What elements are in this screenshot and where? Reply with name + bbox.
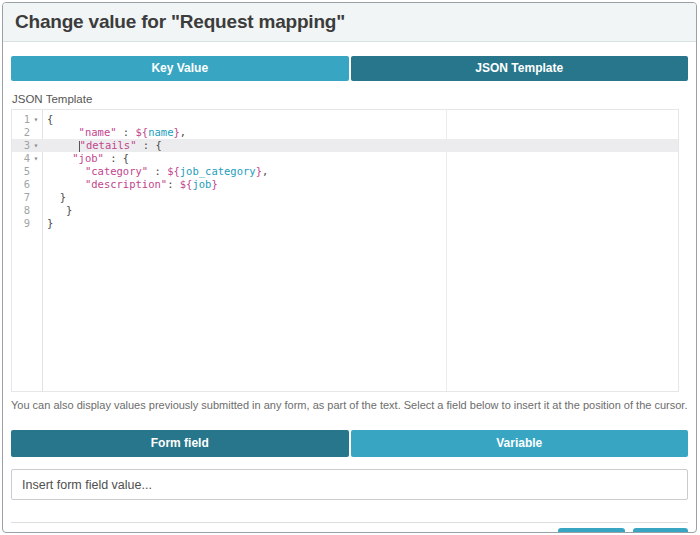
change-value-dialog: Change value for "Request mapping" Key V… [2, 2, 697, 533]
line-number: 6 [12, 178, 30, 191]
screen: Change value for "Request mapping" Key V… [0, 0, 700, 535]
code-text: } [42, 191, 66, 204]
tab-json-template[interactable]: JSON Template [351, 56, 689, 81]
code-text: "job" : { [42, 152, 129, 165]
code-line[interactable]: 6 "description": ${job} [12, 178, 678, 191]
fold-gutter [30, 178, 42, 191]
code-line[interactable]: 3▾ "details" : { [12, 139, 678, 152]
fold-gutter [30, 217, 42, 230]
insert-form-field-input[interactable] [11, 469, 688, 500]
dialog-header: Change value for "Request mapping" [3, 3, 696, 42]
fold-arrow-icon[interactable]: ▾ [30, 139, 42, 152]
code-line[interactable]: 1▾{ [12, 113, 678, 126]
code-text: } [42, 204, 72, 217]
code-text: "category" : ${job_category}, [42, 165, 268, 178]
code-line[interactable]: 2 "name" : ${name}, [12, 126, 678, 139]
line-number: 5 [12, 165, 30, 178]
tab-key-value[interactable]: Key Value [11, 56, 349, 81]
line-number: 4 [12, 152, 30, 165]
line-number: 8 [12, 204, 30, 217]
dialog-body: Key Value JSON Template JSON Template 1▾… [3, 56, 696, 533]
fold-gutter [30, 126, 42, 139]
save-button[interactable]: Save [633, 528, 688, 533]
help-text: You can also display values previously s… [11, 399, 688, 411]
code-line[interactable]: 9} [12, 217, 678, 230]
insert-source-tabs: Form field Variable [11, 430, 688, 457]
line-number: 3 [12, 139, 30, 152]
code-line[interactable]: 8 } [12, 204, 678, 217]
code-text: "description": ${job} [42, 178, 218, 191]
fold-arrow-icon[interactable]: ▾ [30, 152, 42, 165]
code-line[interactable]: 7 } [12, 191, 678, 204]
code-text: } [42, 217, 53, 230]
value-type-tabs: Key Value JSON Template [11, 56, 688, 81]
editor-label: JSON Template [12, 93, 688, 105]
line-number: 7 [12, 191, 30, 204]
fold-gutter [30, 204, 42, 217]
tab-variable[interactable]: Variable [351, 430, 689, 457]
code-text: "details" : { [42, 139, 162, 152]
spacer [11, 411, 688, 424]
dialog-footer: Cancel Save [11, 522, 688, 533]
fold-gutter [30, 191, 42, 204]
fold-arrow-icon[interactable]: ▾ [30, 113, 42, 126]
cancel-button[interactable]: Cancel [558, 528, 625, 533]
line-number: 9 [12, 217, 30, 230]
dialog-title: Change value for "Request mapping" [15, 11, 345, 33]
code-text: { [42, 113, 53, 126]
json-template-editor[interactable]: 1▾{2 "name" : ${name},3▾ "details" : {4▾… [11, 109, 679, 392]
tab-form-field[interactable]: Form field [11, 430, 349, 457]
code-text: "name" : ${name}, [42, 126, 186, 139]
line-number: 1 [12, 113, 30, 126]
fold-gutter [30, 165, 42, 178]
code-line[interactable]: 4▾ "job" : { [12, 152, 678, 165]
code-line[interactable]: 5 "category" : ${job_category}, [12, 165, 678, 178]
line-number: 2 [12, 126, 30, 139]
